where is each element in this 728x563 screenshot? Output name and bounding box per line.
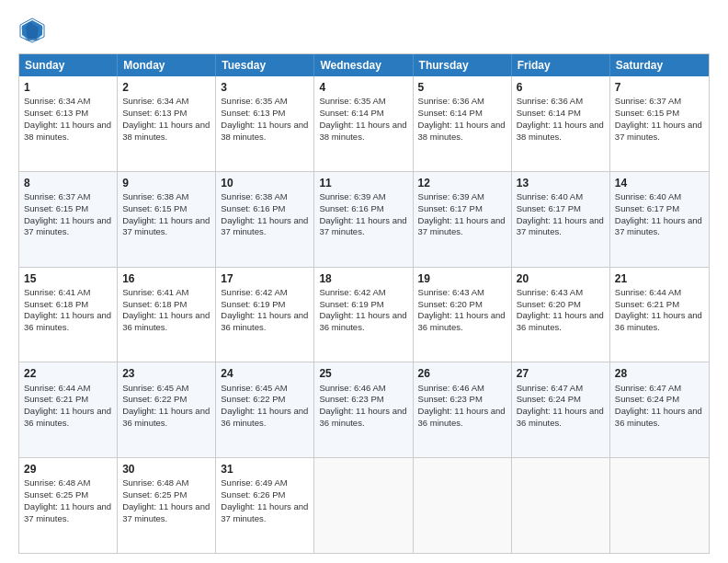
calendar-cell: 24Sunrise: 6:45 AMSunset: 6:22 PMDayligh…	[216, 362, 314, 457]
calendar-cell	[610, 458, 709, 553]
sunset-label: Sunset: 6:17 PM	[517, 203, 581, 213]
calendar-week-4: 22Sunrise: 6:44 AMSunset: 6:21 PMDayligh…	[19, 362, 709, 457]
calendar-header-friday: Friday	[512, 54, 610, 76]
day-number: 29	[24, 462, 112, 477]
daylight-label: Daylight: 11 hours and 37 minutes.	[319, 215, 406, 237]
day-number: 23	[122, 366, 210, 381]
sunrise-label: Sunrise: 6:45 AM	[221, 383, 287, 393]
sunset-label: Sunset: 6:14 PM	[319, 108, 383, 118]
daylight-label: Daylight: 11 hours and 38 minutes.	[122, 120, 210, 142]
calendar-header-tuesday: Tuesday	[216, 54, 314, 76]
daylight-label: Daylight: 11 hours and 36 minutes.	[517, 406, 604, 428]
day-number: 15	[24, 271, 112, 286]
day-number: 10	[221, 176, 309, 190]
sunrise-label: Sunrise: 6:43 AM	[517, 287, 583, 297]
sunrise-label: Sunrise: 6:35 AM	[319, 96, 385, 106]
sunset-label: Sunset: 6:13 PM	[24, 108, 88, 118]
day-number: 28	[615, 366, 704, 381]
calendar-cell: 25Sunrise: 6:46 AMSunset: 6:23 PMDayligh…	[314, 362, 413, 457]
daylight-label: Daylight: 11 hours and 37 minutes.	[517, 215, 604, 237]
sunset-label: Sunset: 6:16 PM	[319, 203, 383, 213]
sunrise-label: Sunrise: 6:49 AM	[221, 477, 287, 488]
sunrise-label: Sunrise: 6:44 AM	[24, 383, 90, 393]
sunset-label: Sunset: 6:23 PM	[319, 394, 383, 404]
day-number: 1	[24, 80, 112, 95]
sunrise-label: Sunrise: 6:38 AM	[221, 191, 287, 201]
day-number: 30	[122, 462, 210, 477]
calendar-cell: 20Sunrise: 6:43 AMSunset: 6:20 PMDayligh…	[512, 268, 610, 362]
logo	[18, 17, 50, 44]
calendar-cell: 6Sunrise: 6:36 AMSunset: 6:14 PMDaylight…	[512, 76, 610, 171]
calendar-header-sunday: Sunday	[19, 54, 118, 76]
calendar-header-monday: Monday	[118, 54, 216, 76]
calendar-week-3: 15Sunrise: 6:41 AMSunset: 6:18 PMDayligh…	[19, 267, 709, 362]
daylight-label: Daylight: 11 hours and 37 minutes.	[418, 215, 506, 237]
calendar-cell: 27Sunrise: 6:47 AMSunset: 6:24 PMDayligh…	[512, 362, 610, 457]
sunset-label: Sunset: 6:22 PM	[122, 394, 187, 404]
calendar-cell: 29Sunrise: 6:48 AMSunset: 6:25 PMDayligh…	[19, 458, 118, 553]
day-number: 5	[418, 80, 506, 95]
sunrise-label: Sunrise: 6:39 AM	[319, 191, 385, 201]
sunrise-label: Sunrise: 6:46 AM	[319, 383, 385, 393]
daylight-label: Daylight: 11 hours and 36 minutes.	[122, 406, 210, 428]
daylight-label: Daylight: 11 hours and 37 minutes.	[221, 501, 308, 523]
calendar-cell: 15Sunrise: 6:41 AMSunset: 6:18 PMDayligh…	[19, 268, 118, 362]
sunrise-label: Sunrise: 6:45 AM	[122, 383, 188, 393]
day-number: 21	[615, 271, 704, 286]
calendar-week-2: 8Sunrise: 6:37 AMSunset: 6:15 PMDaylight…	[19, 171, 709, 267]
calendar-cell: 5Sunrise: 6:36 AMSunset: 6:14 PMDaylight…	[414, 76, 512, 171]
sunrise-label: Sunrise: 6:40 AM	[517, 191, 583, 201]
sunrise-label: Sunrise: 6:34 AM	[122, 96, 188, 106]
calendar-cell: 22Sunrise: 6:44 AMSunset: 6:21 PMDayligh…	[19, 362, 118, 457]
sunrise-label: Sunrise: 6:42 AM	[319, 287, 385, 297]
daylight-label: Daylight: 11 hours and 36 minutes.	[418, 406, 506, 428]
calendar-cell: 7Sunrise: 6:37 AMSunset: 6:15 PMDaylight…	[610, 76, 709, 171]
sunset-label: Sunset: 6:21 PM	[24, 394, 88, 404]
page: SundayMondayTuesdayWednesdayThursdayFrid…	[0, 0, 728, 563]
calendar-cell	[512, 458, 610, 553]
day-number: 20	[517, 271, 605, 286]
sunset-label: Sunset: 6:24 PM	[517, 394, 581, 404]
sunset-label: Sunset: 6:15 PM	[615, 108, 679, 118]
calendar-week-1: 1Sunrise: 6:34 AMSunset: 6:13 PMDaylight…	[19, 76, 709, 171]
calendar-cell: 30Sunrise: 6:48 AMSunset: 6:25 PMDayligh…	[118, 458, 216, 553]
sunset-label: Sunset: 6:25 PM	[24, 489, 88, 500]
calendar-cell: 14Sunrise: 6:40 AMSunset: 6:17 PMDayligh…	[610, 172, 709, 267]
header	[18, 17, 710, 44]
sunrise-label: Sunrise: 6:43 AM	[418, 287, 484, 297]
calendar: SundayMondayTuesdayWednesdayThursdayFrid…	[18, 53, 710, 554]
sunrise-label: Sunrise: 6:46 AM	[418, 383, 484, 393]
calendar-cell: 3Sunrise: 6:35 AMSunset: 6:13 PMDaylight…	[216, 76, 314, 171]
sunset-label: Sunset: 6:20 PM	[418, 299, 483, 309]
sunset-label: Sunset: 6:16 PM	[221, 203, 285, 213]
calendar-cell: 12Sunrise: 6:39 AMSunset: 6:17 PMDayligh…	[414, 172, 512, 267]
daylight-label: Daylight: 11 hours and 36 minutes.	[24, 310, 111, 332]
calendar-header-saturday: Saturday	[610, 54, 709, 76]
sunset-label: Sunset: 6:18 PM	[24, 299, 88, 309]
daylight-label: Daylight: 11 hours and 38 minutes.	[418, 120, 506, 142]
sunrise-label: Sunrise: 6:41 AM	[24, 287, 90, 297]
sunset-label: Sunset: 6:15 PM	[122, 203, 187, 213]
calendar-cell: 1Sunrise: 6:34 AMSunset: 6:13 PMDaylight…	[19, 76, 118, 171]
daylight-label: Daylight: 11 hours and 38 minutes.	[221, 120, 308, 142]
day-number: 16	[122, 271, 210, 286]
day-number: 18	[319, 271, 407, 286]
sunset-label: Sunset: 6:19 PM	[319, 299, 383, 309]
calendar-week-5: 29Sunrise: 6:48 AMSunset: 6:25 PMDayligh…	[19, 457, 709, 553]
day-number: 22	[24, 366, 112, 381]
sunrise-label: Sunrise: 6:47 AM	[517, 383, 583, 393]
calendar-cell: 4Sunrise: 6:35 AMSunset: 6:14 PMDaylight…	[314, 76, 413, 171]
sunrise-label: Sunrise: 6:44 AM	[615, 287, 681, 297]
day-number: 19	[418, 271, 506, 286]
sunrise-label: Sunrise: 6:39 AM	[418, 191, 484, 201]
sunset-label: Sunset: 6:18 PM	[122, 299, 187, 309]
sunset-label: Sunset: 6:13 PM	[221, 108, 285, 118]
sunrise-label: Sunrise: 6:42 AM	[221, 287, 287, 297]
daylight-label: Daylight: 11 hours and 36 minutes.	[221, 406, 308, 428]
daylight-label: Daylight: 11 hours and 36 minutes.	[517, 310, 604, 332]
sunrise-label: Sunrise: 6:48 AM	[24, 477, 90, 488]
sunrise-label: Sunrise: 6:36 AM	[418, 96, 484, 106]
sunset-label: Sunset: 6:15 PM	[24, 203, 88, 213]
daylight-label: Daylight: 11 hours and 36 minutes.	[319, 310, 406, 332]
calendar-cell	[314, 458, 413, 553]
